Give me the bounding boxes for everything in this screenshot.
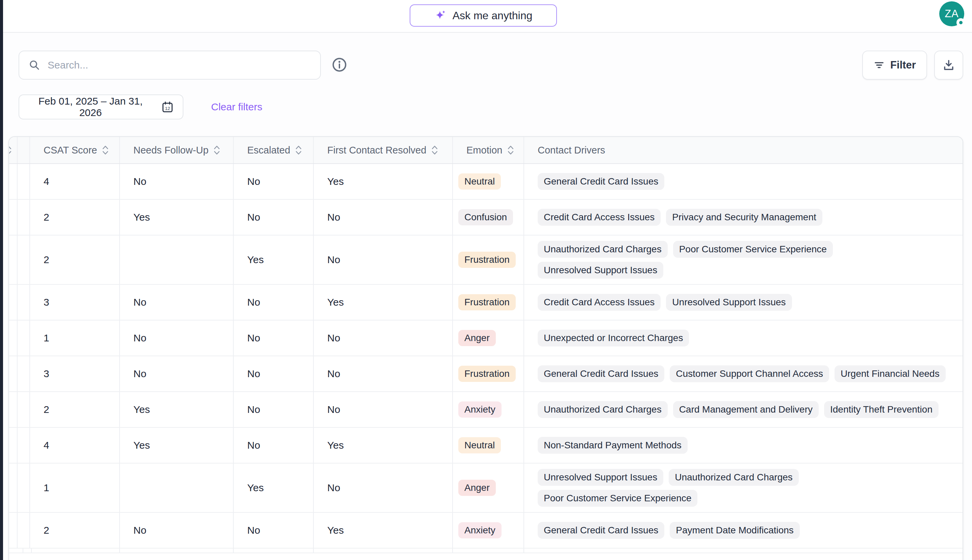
cell-escalated: No	[234, 285, 314, 320]
table-row[interactable]: 4YesNoYesNeutralNon-Standard Payment Met…	[9, 428, 962, 463]
cell-partial	[9, 428, 18, 463]
table-row[interactable]: 4NoNoYesNeutralGeneral Credit Card Issue…	[9, 164, 962, 200]
top-bar: Ask me anything ZA	[3, 0, 972, 33]
table-row[interactable]: 1YesNoAngerUnresolved Support IssuesUnau…	[9, 463, 962, 513]
avatar-initials: ZA	[945, 8, 959, 20]
emotion-badge: Frustration	[458, 252, 516, 268]
cell-partial	[9, 463, 18, 512]
contact-driver-chip: Poor Customer Service Experience	[673, 241, 833, 258]
cell-csat-score: 4	[30, 428, 120, 463]
column-header-contact-drivers[interactable]: Contact Drivers	[524, 137, 962, 163]
cell-partial	[9, 513, 18, 548]
table-body: 4NoNoYesNeutralGeneral Credit Card Issue…	[9, 164, 962, 553]
cell-needs-follow-up: No	[120, 320, 234, 355]
column-header-first-contact-resolved[interactable]: First Contact Resolved	[314, 137, 453, 163]
cell-first-contact-resolved: Yes	[314, 428, 453, 463]
cell-needs-follow-up: Yes	[120, 428, 234, 463]
driver-line: Unexpected or Incorrect Charges	[538, 330, 689, 347]
cell-emotion: Anxiety	[453, 513, 524, 548]
column-header-spacer	[18, 137, 30, 163]
cell-contact-drivers: Non-Standard Payment Methods	[524, 428, 962, 463]
cell-spacer	[18, 463, 30, 512]
results-table: CSAT ScoreNeeds Follow-UpEscalatedFirst …	[8, 136, 963, 560]
contact-driver-chip: Unexpected or Incorrect Charges	[538, 330, 689, 347]
filter-button[interactable]: Filter	[862, 51, 927, 80]
cell-first-contact-resolved: No	[314, 235, 453, 284]
driver-line: Credit Card Access IssuesUnresolved Supp…	[538, 294, 792, 311]
driver-line: General Credit Card Issues	[538, 173, 664, 190]
table-row[interactable]: 2YesNoFrustrationUnauthorized Card Charg…	[9, 235, 962, 285]
cell-needs-follow-up: No	[120, 356, 234, 391]
cell-escalated: Yes	[234, 463, 314, 512]
column-header-needs-follow-up[interactable]: Needs Follow-Up	[120, 137, 234, 163]
sort-icon[interactable]	[9, 144, 12, 156]
cell-spacer	[18, 285, 30, 320]
cell-emotion: Anxiety	[453, 392, 524, 427]
contact-driver-chip: Unauthorized Card Charges	[538, 241, 668, 258]
cell-contact-drivers: Unauthorized Card ChargesPoor Customer S…	[524, 235, 962, 284]
emotion-badge: Frustration	[458, 366, 516, 382]
cell-emotion: Confusion	[453, 200, 524, 235]
cell-escalated: No	[234, 320, 314, 355]
ask-me-anything-button[interactable]: Ask me anything	[410, 4, 557, 27]
driver-line: Unauthorized Card ChargesCard Management…	[538, 401, 939, 418]
cell-first-contact-resolved: Yes	[314, 164, 453, 199]
emotion-badge: Anxiety	[458, 402, 502, 418]
cell-contact-drivers: Unresolved Support IssuesUnauthorized Ca…	[524, 463, 962, 512]
cell-escalated: No	[234, 513, 314, 548]
sort-icon[interactable]	[507, 144, 514, 156]
column-header-escalated[interactable]: Escalated	[234, 137, 314, 163]
emotion-badge: Anger	[458, 480, 496, 496]
contact-driver-chip: Unresolved Support Issues	[538, 262, 663, 278]
column-header-label: First Contact Resolved	[327, 145, 426, 156]
table-row[interactable]: 1NoNoNoAngerUnexpected or Incorrect Char…	[9, 320, 962, 356]
cell-partial	[9, 320, 18, 355]
cell-contact-drivers: Credit Card Access IssuesUnresolved Supp…	[524, 285, 962, 320]
cell-csat-score: 3	[30, 285, 120, 320]
cell-first-contact-resolved: No	[314, 356, 453, 391]
cell-partial	[9, 285, 18, 320]
column-header-csat-score[interactable]: CSAT Score	[30, 137, 120, 163]
cell-emotion: Frustration	[453, 356, 524, 391]
download-icon	[942, 59, 955, 72]
sparkle-icon	[434, 10, 447, 22]
table-row[interactable]: 3NoNoYesFrustrationCredit Card Access Is…	[9, 285, 962, 320]
cell-needs-follow-up: Yes	[120, 200, 234, 235]
table-row[interactable]: 2YesNoNoAnxietyUnauthorized Card Charges…	[9, 392, 962, 428]
svg-text:12: 12	[165, 106, 170, 111]
emotion-badge: Neutral	[458, 173, 501, 190]
table-row[interactable]: 2NoNoYesAnxietyGeneral Credit Card Issue…	[9, 513, 962, 548]
download-button[interactable]	[934, 51, 963, 80]
cell-needs-follow-up: No	[120, 285, 234, 320]
table-row[interactable]: 3NoNoNoFrustrationGeneral Credit Card Is…	[9, 356, 962, 392]
cell-first-contact-resolved: No	[314, 200, 453, 235]
table-row[interactable]: 2YesNoNoConfusionCredit Card Access Issu…	[9, 200, 962, 235]
cell-first-contact-resolved: No	[314, 392, 453, 427]
cell-csat-score: 2	[30, 392, 120, 427]
column-header-emotion[interactable]: Emotion	[453, 137, 524, 163]
cell-escalated: No	[234, 200, 314, 235]
clear-filters-link[interactable]: Clear filters	[211, 95, 263, 119]
cell-csat-score: 2	[30, 513, 120, 548]
date-range-picker[interactable]: Feb 01, 2025 – Jan 31, 2026 12	[18, 95, 183, 119]
cell-partial	[9, 164, 18, 199]
driver-line: Unresolved Support IssuesUnauthorized Ca…	[538, 469, 799, 486]
sort-icon[interactable]	[295, 144, 302, 156]
cell-spacer	[18, 428, 30, 463]
sort-icon[interactable]	[213, 144, 221, 156]
column-header-partial	[9, 137, 18, 163]
sort-icon[interactable]	[102, 144, 109, 156]
cell-contact-drivers: General Credit Card IssuesPayment Date M…	[524, 513, 962, 548]
sort-icon[interactable]	[431, 144, 438, 156]
info-icon[interactable]	[331, 57, 348, 73]
contact-driver-chip: Urgent Financial Needs	[835, 365, 946, 382]
cell-partial	[9, 200, 18, 235]
column-header-label: Escalated	[247, 145, 290, 156]
cell-spacer	[18, 164, 30, 199]
cell-partial	[9, 235, 18, 284]
user-avatar[interactable]: ZA	[939, 2, 964, 26]
cell-needs-follow-up: No	[120, 164, 234, 199]
emotion-badge: Confusion	[458, 209, 513, 225]
search-input[interactable]	[40, 51, 320, 79]
contact-driver-chip: Identity Theft Prevention	[824, 401, 939, 418]
